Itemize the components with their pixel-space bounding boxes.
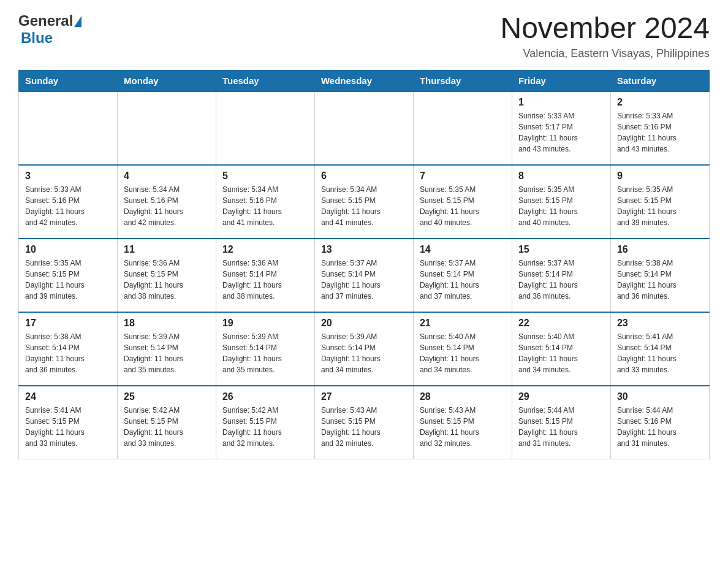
day-info: Sunrise: 5:35 AMSunset: 5:15 PMDaylight:… (518, 184, 604, 228)
table-row: 11Sunrise: 5:36 AMSunset: 5:15 PMDayligh… (117, 239, 216, 312)
table-row: 16Sunrise: 5:38 AMSunset: 5:14 PMDayligh… (610, 239, 709, 312)
table-row: 27Sunrise: 5:43 AMSunset: 5:15 PMDayligh… (314, 386, 413, 459)
day-info: Sunrise: 5:37 AMSunset: 5:14 PMDaylight:… (518, 258, 604, 302)
table-row: 12Sunrise: 5:36 AMSunset: 5:14 PMDayligh… (216, 239, 314, 312)
table-row: 17Sunrise: 5:38 AMSunset: 5:14 PMDayligh… (19, 312, 118, 386)
day-number: 29 (518, 391, 604, 402)
day-info: Sunrise: 5:38 AMSunset: 5:14 PMDaylight:… (617, 258, 703, 302)
day-info: Sunrise: 5:37 AMSunset: 5:14 PMDaylight:… (321, 258, 407, 302)
logo-blue: Blue (21, 29, 53, 47)
day-info: Sunrise: 5:39 AMSunset: 5:14 PMDaylight:… (321, 331, 407, 375)
table-row: 28Sunrise: 5:43 AMSunset: 5:15 PMDayligh… (413, 386, 512, 459)
table-row (413, 91, 512, 165)
day-number: 27 (321, 391, 407, 402)
day-info: Sunrise: 5:43 AMSunset: 5:15 PMDaylight:… (420, 405, 506, 449)
table-row (19, 91, 118, 165)
day-number: 14 (420, 244, 506, 255)
day-info: Sunrise: 5:38 AMSunset: 5:14 PMDaylight:… (25, 331, 111, 375)
header-wednesday: Wednesday (314, 70, 413, 91)
table-row: 26Sunrise: 5:42 AMSunset: 5:15 PMDayligh… (216, 386, 314, 459)
day-number: 11 (124, 244, 210, 255)
logo: General Blue (18, 12, 82, 47)
header-thursday: Thursday (413, 70, 512, 91)
day-number: 1 (518, 97, 604, 108)
calendar-header-row: Sunday Monday Tuesday Wednesday Thursday… (19, 70, 710, 91)
calendar-week-row: 17Sunrise: 5:38 AMSunset: 5:14 PMDayligh… (19, 312, 710, 386)
month-title: November 2024 (500, 12, 710, 45)
day-number: 22 (518, 318, 604, 329)
table-row: 4Sunrise: 5:34 AMSunset: 5:16 PMDaylight… (117, 165, 216, 239)
day-number: 20 (321, 318, 407, 329)
table-row: 19Sunrise: 5:39 AMSunset: 5:14 PMDayligh… (216, 312, 314, 386)
day-number: 16 (617, 244, 703, 255)
header-saturday: Saturday (610, 70, 709, 91)
day-info: Sunrise: 5:33 AMSunset: 5:16 PMDaylight:… (25, 184, 111, 228)
day-info: Sunrise: 5:35 AMSunset: 5:15 PMDaylight:… (617, 184, 703, 228)
table-row: 3Sunrise: 5:33 AMSunset: 5:16 PMDaylight… (19, 165, 118, 239)
table-row: 5Sunrise: 5:34 AMSunset: 5:16 PMDaylight… (216, 165, 314, 239)
table-row: 7Sunrise: 5:35 AMSunset: 5:15 PMDaylight… (413, 165, 512, 239)
day-info: Sunrise: 5:41 AMSunset: 5:15 PMDaylight:… (25, 405, 111, 449)
day-info: Sunrise: 5:40 AMSunset: 5:14 PMDaylight:… (518, 331, 604, 375)
day-number: 2 (617, 97, 703, 108)
day-info: Sunrise: 5:37 AMSunset: 5:14 PMDaylight:… (420, 258, 506, 302)
day-number: 8 (518, 170, 604, 182)
table-row: 23Sunrise: 5:41 AMSunset: 5:14 PMDayligh… (610, 312, 709, 386)
day-info: Sunrise: 5:36 AMSunset: 5:14 PMDaylight:… (222, 258, 308, 302)
day-number: 28 (420, 391, 506, 402)
table-row: 25Sunrise: 5:42 AMSunset: 5:15 PMDayligh… (117, 386, 216, 459)
calendar-table: Sunday Monday Tuesday Wednesday Thursday… (18, 70, 710, 460)
table-row (117, 91, 216, 165)
table-row: 21Sunrise: 5:40 AMSunset: 5:14 PMDayligh… (413, 312, 512, 386)
day-number: 25 (124, 391, 210, 402)
day-number: 21 (420, 318, 506, 329)
header-friday: Friday (512, 70, 610, 91)
page-header: General Blue November 2024 Valencia, Eas… (18, 12, 710, 60)
day-info: Sunrise: 5:44 AMSunset: 5:15 PMDaylight:… (518, 405, 604, 449)
table-row: 10Sunrise: 5:35 AMSunset: 5:15 PMDayligh… (19, 239, 118, 312)
table-row: 14Sunrise: 5:37 AMSunset: 5:14 PMDayligh… (413, 239, 512, 312)
table-row: 24Sunrise: 5:41 AMSunset: 5:15 PMDayligh… (19, 386, 118, 459)
location-title: Valencia, Eastern Visayas, Philippines (500, 47, 710, 60)
table-row: 22Sunrise: 5:40 AMSunset: 5:14 PMDayligh… (512, 312, 610, 386)
day-number: 15 (518, 244, 604, 255)
table-row: 20Sunrise: 5:39 AMSunset: 5:14 PMDayligh… (314, 312, 413, 386)
day-number: 7 (420, 170, 506, 182)
day-info: Sunrise: 5:41 AMSunset: 5:14 PMDaylight:… (617, 331, 703, 375)
day-info: Sunrise: 5:39 AMSunset: 5:14 PMDaylight:… (124, 331, 210, 375)
header-tuesday: Tuesday (216, 70, 314, 91)
day-info: Sunrise: 5:42 AMSunset: 5:15 PMDaylight:… (124, 405, 210, 449)
day-number: 12 (222, 244, 308, 255)
day-number: 5 (222, 170, 308, 182)
day-info: Sunrise: 5:39 AMSunset: 5:14 PMDaylight:… (222, 331, 308, 375)
calendar-week-row: 10Sunrise: 5:35 AMSunset: 5:15 PMDayligh… (19, 239, 710, 312)
day-number: 10 (25, 244, 111, 255)
day-number: 13 (321, 244, 407, 255)
day-info: Sunrise: 5:36 AMSunset: 5:15 PMDaylight:… (124, 258, 210, 302)
day-info: Sunrise: 5:40 AMSunset: 5:14 PMDaylight:… (420, 331, 506, 375)
day-info: Sunrise: 5:34 AMSunset: 5:15 PMDaylight:… (321, 184, 407, 228)
day-info: Sunrise: 5:35 AMSunset: 5:15 PMDaylight:… (25, 258, 111, 302)
table-row: 30Sunrise: 5:44 AMSunset: 5:16 PMDayligh… (610, 386, 709, 459)
day-number: 4 (124, 170, 210, 182)
table-row: 2Sunrise: 5:33 AMSunset: 5:16 PMDaylight… (610, 91, 709, 165)
table-row (314, 91, 413, 165)
calendar-week-row: 1Sunrise: 5:33 AMSunset: 5:17 PMDaylight… (19, 91, 710, 165)
day-number: 6 (321, 170, 407, 182)
header-monday: Monday (117, 70, 216, 91)
day-number: 24 (25, 391, 111, 402)
day-number: 19 (222, 318, 308, 329)
day-info: Sunrise: 5:33 AMSunset: 5:16 PMDaylight:… (617, 110, 703, 155)
table-row: 1Sunrise: 5:33 AMSunset: 5:17 PMDaylight… (512, 91, 610, 165)
table-row: 8Sunrise: 5:35 AMSunset: 5:15 PMDaylight… (512, 165, 610, 239)
day-info: Sunrise: 5:42 AMSunset: 5:15 PMDaylight:… (222, 405, 308, 449)
day-number: 30 (617, 391, 703, 402)
table-row: 18Sunrise: 5:39 AMSunset: 5:14 PMDayligh… (117, 312, 216, 386)
table-row: 29Sunrise: 5:44 AMSunset: 5:15 PMDayligh… (512, 386, 610, 459)
day-info: Sunrise: 5:43 AMSunset: 5:15 PMDaylight:… (321, 405, 407, 449)
table-row (216, 91, 314, 165)
calendar-week-row: 24Sunrise: 5:41 AMSunset: 5:15 PMDayligh… (19, 386, 710, 459)
table-row: 6Sunrise: 5:34 AMSunset: 5:15 PMDaylight… (314, 165, 413, 239)
day-info: Sunrise: 5:34 AMSunset: 5:16 PMDaylight:… (124, 184, 210, 228)
day-number: 3 (25, 170, 111, 182)
